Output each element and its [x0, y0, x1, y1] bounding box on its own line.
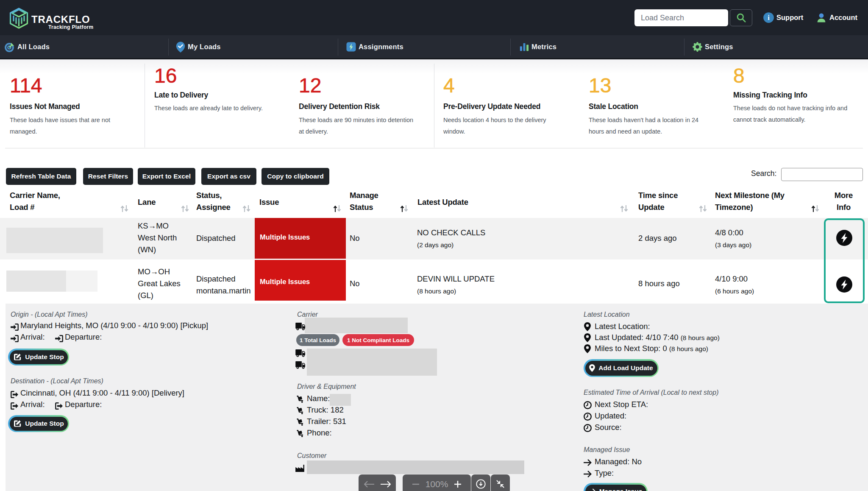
svg-text:i: i [768, 14, 770, 22]
